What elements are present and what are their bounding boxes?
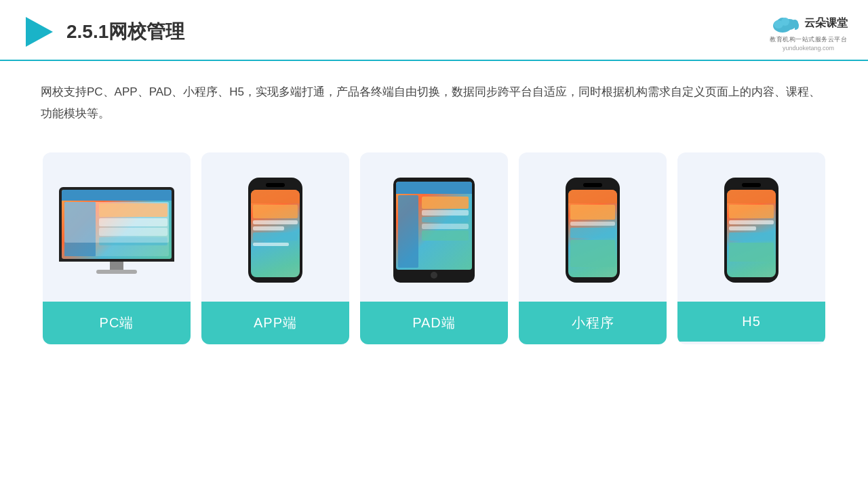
- logo-cloud: 云朵课堂: [769, 12, 848, 34]
- h5-line2: [729, 226, 756, 230]
- h5-green: [729, 243, 774, 262]
- phone-mockup-app: [248, 178, 302, 283]
- phone-notch-h5: [742, 183, 761, 187]
- phone-screen-h5: [727, 190, 776, 277]
- h5-line1: [729, 220, 774, 224]
- cards-container: PC端: [41, 152, 827, 344]
- pc-screen-inner: [62, 190, 172, 259]
- page-title: 2.5.1网校管理: [66, 19, 184, 45]
- phone-teal: [253, 232, 298, 241]
- phone-outer-miniapp: [566, 178, 620, 283]
- phone-notch-app: [266, 183, 285, 187]
- card-pad: PAD端: [360, 152, 508, 344]
- svg-point-6: [791, 20, 798, 26]
- svg-marker-0: [26, 17, 53, 47]
- card-image-pc: [43, 152, 191, 302]
- phone-banner: [253, 205, 298, 218]
- phone-line2: [253, 226, 284, 230]
- card-miniapp: 小程序: [519, 152, 667, 344]
- card-label-pad: PAD端: [360, 302, 508, 344]
- phone-screen-content-app: [253, 205, 298, 275]
- header-left: 2.5.1网校管理: [20, 14, 184, 49]
- phone-outer-app: [248, 178, 302, 283]
- miniapp-line1: [570, 222, 615, 226]
- header: 2.5.1网校管理 云朵课堂 教育机构一站式服务云平台 yunduoketang…: [0, 0, 868, 61]
- phone-mockup-miniapp: [566, 178, 620, 283]
- card-image-pad: [360, 152, 508, 302]
- card-image-h5: [677, 152, 825, 302]
- miniapp-screen-content: [570, 205, 615, 275]
- miniapp-green: [570, 240, 615, 267]
- phone-screen-content-h5: [729, 205, 774, 275]
- card-pc: PC端: [43, 152, 191, 344]
- pc-mockup: [59, 187, 174, 274]
- h5-teal: [729, 232, 774, 241]
- h5-banner: [729, 205, 774, 218]
- card-label-app: APP端: [201, 302, 349, 344]
- logo-url: yunduoketang.com: [783, 45, 834, 52]
- content: 网校支持PC、APP、PAD、小程序、H5，实现多端打通，产品各终端自由切换，数…: [0, 61, 868, 358]
- logo-tagline: 教育机构一站式服务云平台: [770, 35, 847, 44]
- phone-line3: [253, 243, 289, 246]
- pc-neck: [110, 262, 123, 270]
- cloud-icon: [769, 12, 802, 34]
- phone-line1: [253, 220, 298, 224]
- play-icon: [20, 14, 56, 49]
- phone-screen-app: [251, 190, 300, 277]
- phone-outer-h5: [724, 178, 778, 283]
- tablet-mockup: [393, 178, 475, 283]
- tablet-home-button: [431, 272, 437, 279]
- card-label-miniapp: 小程序: [519, 302, 667, 344]
- logo-area: 云朵课堂 教育机构一站式服务云平台 yunduoketang.com: [769, 12, 848, 52]
- card-h5: H5: [677, 152, 825, 344]
- svg-point-5: [781, 18, 789, 26]
- description: 网校支持PC、APP、PAD、小程序、H5，实现多端打通，产品各终端自由切换，数…: [41, 81, 827, 125]
- miniapp-banner: [570, 205, 615, 220]
- logo-name: 云朵课堂: [804, 16, 848, 30]
- card-image-miniapp: [519, 152, 667, 302]
- phone-mockup-h5: [724, 178, 778, 283]
- tablet-outer: [393, 178, 475, 283]
- miniapp-teal: [570, 228, 615, 238]
- card-image-app: [201, 152, 349, 302]
- card-app: APP端: [201, 152, 349, 344]
- pc-screen-outer: [59, 187, 174, 262]
- card-label-pc: PC端: [43, 302, 191, 344]
- phone-notch-miniapp: [583, 183, 602, 187]
- tablet-screen: [396, 182, 472, 270]
- phone-screen-miniapp: [568, 190, 617, 277]
- pc-base: [96, 270, 137, 274]
- card-label-h5: H5: [677, 302, 825, 342]
